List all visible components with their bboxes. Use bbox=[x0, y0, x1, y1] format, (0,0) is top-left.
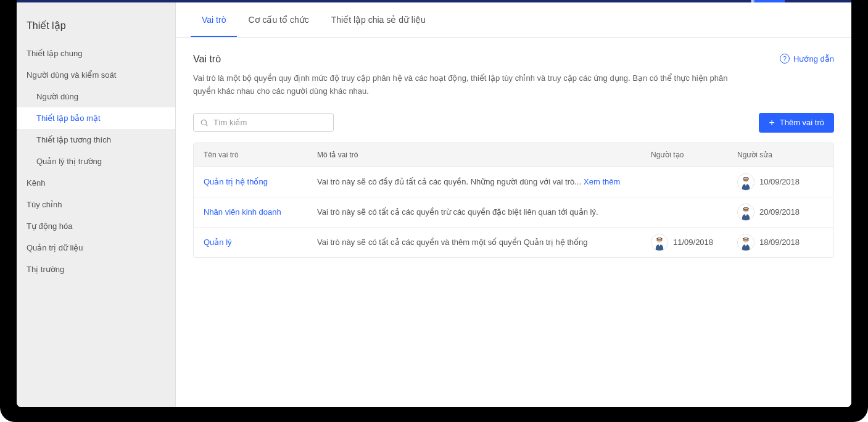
see-more-link[interactable]: Xem thêm bbox=[584, 177, 620, 186]
sidebar-item-market[interactable]: Thị trường bbox=[17, 259, 175, 280]
role-description: Vai trò này sẽ có tất cả các quyền và th… bbox=[317, 238, 651, 247]
table-row: Quản lýVai trò này sẽ có tất cả các quyề… bbox=[194, 228, 833, 257]
svg-point-12 bbox=[743, 238, 748, 242]
search-icon bbox=[200, 118, 209, 127]
editor-date: 18/09/2018 bbox=[759, 238, 800, 247]
table-header: Tên vai trò Mô tả vai trò Người tạo Ngườ… bbox=[194, 143, 833, 167]
svg-point-9 bbox=[657, 238, 662, 242]
svg-point-6 bbox=[743, 207, 748, 212]
header-creator: Người tạo bbox=[651, 151, 737, 159]
table-row: Quản trị hệ thốngVai trò này sẽ có đầy đ… bbox=[194, 167, 833, 197]
sidebar-item-data-admin[interactable]: Quản trị dữ liệu bbox=[17, 237, 175, 259]
help-label: Hướng dẫn bbox=[793, 54, 834, 64]
role-link[interactable]: Nhân viên kinh doanh bbox=[204, 207, 281, 217]
table-row: Nhân viên kinh doanhVai trò này sẽ có tấ… bbox=[194, 197, 833, 228]
tabs: Vai trò Cơ cấu tổ chức Thiết lập chia sẻ… bbox=[176, 2, 851, 38]
creator-date: 11/09/2018 bbox=[673, 238, 713, 247]
editor-cell: 18/09/2018 bbox=[737, 234, 824, 251]
sidebar-item-users[interactable]: Người dùng bbox=[17, 86, 175, 107]
sidebar-item-compat[interactable]: Thiết lập tương thích bbox=[17, 129, 175, 151]
sidebar-item-channel[interactable]: Kênh bbox=[17, 172, 175, 194]
editor-date: 20/09/2018 bbox=[759, 207, 800, 217]
help-icon: ? bbox=[780, 54, 790, 64]
svg-point-3 bbox=[743, 177, 748, 182]
search-box[interactable] bbox=[193, 113, 334, 132]
avatar bbox=[737, 173, 754, 191]
page-description: Vai trò là một bộ quyền quy định mức độ … bbox=[193, 72, 736, 98]
page-title: Vai trò bbox=[193, 54, 221, 65]
header-desc: Mô tả vai trò bbox=[317, 151, 651, 159]
main-content: Vai trò Cơ cấu tổ chức Thiết lập chia sẻ… bbox=[176, 2, 851, 407]
avatar bbox=[737, 234, 754, 251]
plus-icon: + bbox=[769, 118, 774, 128]
help-link[interactable]: ? Hướng dẫn bbox=[780, 54, 834, 64]
tab-org[interactable]: Cơ cấu tổ chức bbox=[237, 2, 320, 37]
sidebar-item-customize[interactable]: Tùy chỉnh bbox=[17, 194, 175, 215]
sidebar-item-automation[interactable]: Tự động hóa bbox=[17, 215, 175, 237]
add-role-label: Thêm vai trò bbox=[780, 118, 824, 127]
avatar bbox=[651, 234, 668, 251]
sidebar-title: Thiết lập bbox=[17, 2, 175, 43]
header-name: Tên vai trò bbox=[204, 151, 317, 159]
role-link[interactable]: Quản lý bbox=[204, 238, 232, 247]
sidebar-item-users-control[interactable]: Người dùng và kiểm soát bbox=[17, 64, 175, 86]
header-editor: Người sửa bbox=[737, 151, 824, 159]
sidebar-item-market-mgmt[interactable]: Quản lý thị trường bbox=[17, 151, 175, 172]
sidebar-item-security[interactable]: Thiết lập bảo mật bbox=[17, 107, 175, 129]
sidebar: Thiết lập Thiết lập chung Người dùng và … bbox=[17, 2, 176, 407]
sidebar-item-general[interactable]: Thiết lập chung bbox=[17, 43, 175, 64]
add-role-button[interactable]: + Thêm vai trò bbox=[759, 113, 834, 133]
svg-line-1 bbox=[206, 124, 208, 126]
editor-cell: 20/09/2018 bbox=[737, 204, 824, 221]
svg-point-0 bbox=[201, 120, 206, 125]
search-input[interactable] bbox=[213, 118, 327, 127]
tab-roles[interactable]: Vai trò bbox=[191, 2, 237, 37]
role-description: Vai trò này sẽ có tất cả các quyền trừ c… bbox=[317, 207, 651, 217]
tab-sharing[interactable]: Thiết lập chia sẻ dữ liệu bbox=[320, 2, 437, 37]
role-link[interactable]: Quản trị hệ thống bbox=[204, 177, 268, 186]
editor-cell: 10/09/2018 bbox=[737, 173, 824, 191]
role-description: Vai trò này sẽ có đầy đủ tất cả các quyề… bbox=[317, 177, 651, 186]
creator-cell: 11/09/2018 bbox=[651, 234, 737, 251]
roles-table: Tên vai trò Mô tả vai trò Người tạo Ngườ… bbox=[193, 143, 834, 258]
avatar bbox=[737, 204, 754, 221]
editor-date: 10/09/2018 bbox=[759, 177, 800, 186]
